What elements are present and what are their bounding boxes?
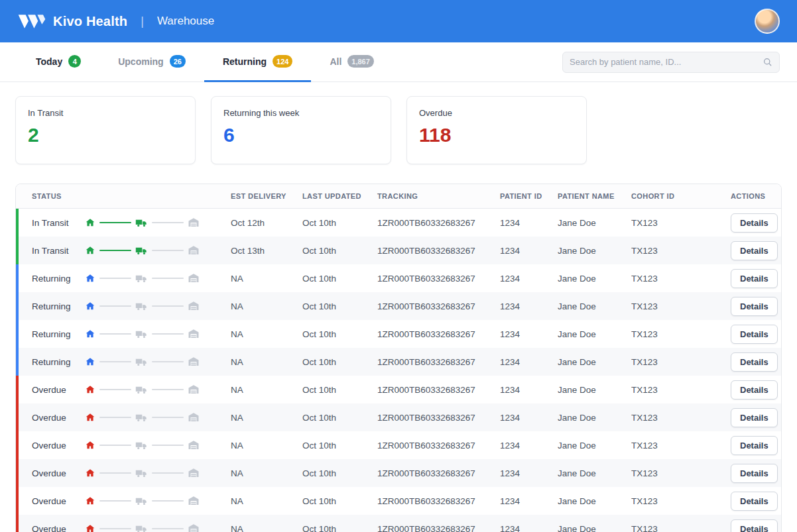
details-button[interactable]: Details	[731, 325, 778, 344]
progress-line	[99, 389, 131, 390]
user-avatar[interactable]	[755, 9, 780, 34]
last-updated-cell: Oct 10th	[302, 274, 377, 284]
patient-id-cell: 1234	[500, 524, 558, 532]
tab-label: Today	[36, 56, 62, 67]
summary-card-label: In Transit	[28, 108, 183, 118]
progress-line	[152, 222, 184, 223]
details-button[interactable]: Details	[731, 297, 778, 316]
details-button[interactable]: Details	[731, 380, 778, 399]
progress-line	[99, 250, 131, 251]
shipment-progress	[85, 356, 200, 368]
status-label: Overdue	[32, 524, 85, 532]
details-button[interactable]: Details	[731, 213, 778, 233]
details-button[interactable]: Details	[731, 436, 778, 455]
progress-line	[152, 361, 184, 362]
table-body: In Transit	[16, 209, 781, 532]
column-header: TRACKING	[377, 192, 500, 200]
status-label: Overdue	[32, 441, 85, 451]
status-label: Overdue	[32, 385, 85, 395]
tab-upcoming[interactable]: Upcoming 26	[99, 42, 204, 82]
progress-line	[152, 417, 184, 418]
home-icon	[85, 523, 95, 532]
patient-name-cell: Jane Doe	[558, 468, 631, 478]
truck-icon	[135, 467, 148, 480]
est-delivery-cell: NA	[231, 413, 302, 423]
details-button[interactable]: Details	[731, 269, 778, 288]
summary-cards: In Transit 2 Returning this week 6 Overd…	[0, 82, 797, 164]
est-delivery-cell: NA	[231, 357, 302, 367]
warehouse-icon	[188, 356, 200, 368]
tab-label: Upcoming	[118, 56, 163, 67]
last-updated-cell: Oct 10th	[302, 246, 377, 256]
tab-all[interactable]: All 1,867	[311, 42, 392, 82]
details-button[interactable]: Details	[731, 492, 778, 511]
progress-line	[99, 333, 131, 335]
search-input[interactable]	[570, 57, 757, 67]
cohort-id-cell: TX123	[631, 441, 731, 451]
details-button[interactable]: Details	[731, 408, 778, 427]
search-icon	[763, 57, 772, 67]
tab-today[interactable]: Today 4	[17, 42, 99, 82]
warehouse-icon	[188, 495, 200, 507]
actions-cell: Details	[731, 325, 778, 344]
status-cell: Returning	[32, 356, 231, 368]
last-updated-cell: Oct 10th	[302, 218, 377, 228]
tracking-cell: 1ZR000TB60332683267	[377, 524, 500, 532]
details-button[interactable]: Details	[731, 519, 778, 532]
status-cell: Returning	[32, 272, 231, 285]
status-cell: Overdue	[32, 467, 231, 480]
column-header: STATUS	[32, 192, 231, 200]
details-button[interactable]: Details	[731, 464, 778, 483]
progress-line	[99, 222, 131, 223]
section-title: Warehouse	[157, 15, 214, 28]
status-cell: Returning	[32, 300, 231, 313]
actions-cell: Details	[731, 408, 778, 427]
cohort-id-cell: TX123	[631, 329, 731, 339]
patient-id-cell: 1234	[500, 441, 558, 451]
tab-returning[interactable]: Returning 124	[204, 42, 311, 82]
table-row: Overdue	[16, 515, 781, 532]
home-icon	[85, 273, 95, 284]
patient-id-cell: 1234	[500, 301, 558, 311]
search-box[interactable]	[562, 52, 780, 73]
column-header: PATIENT NAME	[558, 192, 631, 200]
progress-line	[152, 278, 184, 279]
tab-count-badge: 4	[68, 55, 81, 68]
status-label: Returning	[32, 301, 85, 311]
shipment-progress	[85, 467, 200, 480]
details-button[interactable]: Details	[731, 241, 778, 260]
actions-cell: Details	[731, 352, 778, 372]
actions-cell: Details	[731, 297, 778, 316]
patient-name-cell: Jane Doe	[558, 496, 631, 506]
progress-line	[152, 445, 184, 446]
cohort-id-cell: TX123	[631, 413, 731, 423]
summary-card-value: 2	[28, 124, 183, 146]
summary-card: Overdue 118	[406, 96, 587, 164]
status-label: Returning	[32, 329, 85, 339]
patient-name-cell: Jane Doe	[558, 246, 631, 256]
home-icon	[85, 356, 95, 367]
cohort-id-cell: TX123	[631, 218, 731, 228]
patient-id-cell: 1234	[500, 496, 558, 506]
patient-name-cell: Jane Doe	[558, 329, 631, 339]
patient-id-cell: 1234	[500, 218, 558, 228]
tab-label: Returning	[223, 56, 267, 67]
tracking-cell: 1ZR000TB60332683267	[377, 385, 500, 395]
table-row: Overdue	[16, 431, 781, 459]
status-cell: In Transit	[32, 244, 231, 257]
progress-line	[152, 389, 184, 390]
progress-line	[152, 333, 184, 335]
last-updated-cell: Oct 10th	[302, 357, 377, 367]
brand-separator: |	[141, 15, 144, 28]
details-button[interactable]: Details	[731, 352, 778, 372]
actions-cell: Details	[731, 241, 778, 260]
shipment-progress	[85, 217, 200, 229]
actions-cell: Details	[731, 519, 778, 532]
tracking-cell: 1ZR000TB60332683267	[377, 357, 500, 367]
truck-icon	[135, 439, 148, 452]
actions-cell: Details	[731, 436, 778, 455]
tracking-cell: 1ZR000TB60332683267	[377, 329, 500, 339]
truck-icon	[135, 272, 148, 285]
status-label: Overdue	[32, 496, 85, 506]
truck-icon	[135, 217, 148, 229]
